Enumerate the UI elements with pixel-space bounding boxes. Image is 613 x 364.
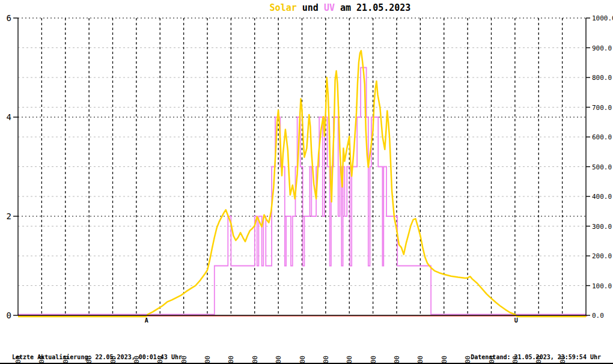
- title-und-label: und: [297, 2, 324, 13]
- left-axis-label: 6: [7, 13, 11, 23]
- sun-marker-U: U: [514, 317, 518, 324]
- right-axis-label: 1000.0: [592, 14, 613, 22]
- chart-title: Solar und UV am 21.05.2023: [270, 2, 411, 13]
- left-axis-label: 2: [7, 211, 11, 221]
- sun-marker-A: A: [145, 317, 148, 324]
- right-axis-label: 500.0: [592, 163, 612, 171]
- right-axis-label: 600.0: [592, 133, 612, 141]
- left-axis-label: 0: [7, 311, 11, 320]
- right-axis-label: 100.0: [592, 282, 612, 290]
- chart-canvas: 02460.0100.0200.0300.0400.0500.0600.0700…: [0, 0, 613, 364]
- footer-last-update: Letzte Aktualisierung: 22.05.2023, 00:01…: [12, 354, 182, 360]
- title-uv-label: UV: [324, 2, 335, 13]
- right-axis-label: 300.0: [592, 223, 612, 231]
- title-date-label: am 21.05.2023: [335, 2, 410, 13]
- right-axis-label: 800.0: [592, 74, 612, 82]
- right-axis-label: 700.0: [592, 104, 612, 112]
- right-axis-label: 400.0: [592, 193, 612, 201]
- title-solar-label: Solar: [270, 2, 297, 13]
- left-axis-label: 4: [7, 112, 11, 122]
- right-axis-label: 0.0: [592, 312, 604, 320]
- right-axis-label: 900.0: [592, 44, 612, 52]
- right-axis-label: 200.0: [592, 252, 612, 260]
- footer-data-timestamp: Datenstand: 21.05.2023, 23:59:54 Uhr: [471, 354, 601, 360]
- solar-uv-chart-page: 02460.0100.0200.0300.0400.0500.0600.0700…: [0, 0, 613, 364]
